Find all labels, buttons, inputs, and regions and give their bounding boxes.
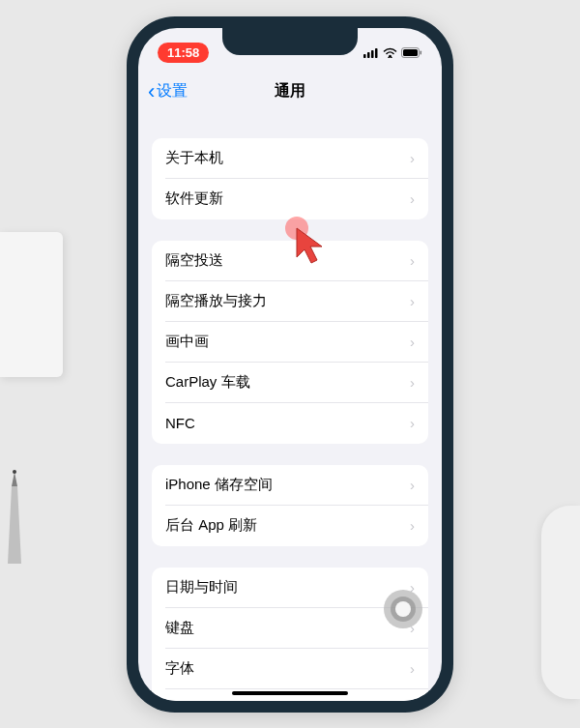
section-about: 关于本机 › 软件更新 › (152, 138, 428, 219)
row-label: 隔空播放与接力 (165, 292, 267, 310)
chevron-right-icon: › (410, 150, 415, 166)
signal-icon (363, 47, 379, 58)
assistive-touch-button[interactable] (384, 590, 422, 628)
chevron-right-icon: › (410, 252, 415, 269)
row-software-update[interactable]: 软件更新 › (152, 179, 428, 219)
row-label: 画中画 (165, 333, 209, 351)
row-airplay-handoff[interactable]: 隔空播放与接力 › (152, 281, 428, 322)
time-recording-badge: 11:58 (158, 43, 209, 63)
back-label: 设置 (157, 81, 188, 102)
row-label: iPhone 储存空间 (165, 476, 273, 494)
background-pen (0, 467, 29, 583)
wifi-icon (383, 47, 397, 58)
row-picture-in-picture[interactable]: 画中画 › (152, 322, 428, 363)
row-label: 字体 (165, 659, 194, 678)
chevron-right-icon: › (410, 660, 415, 677)
chevron-right-icon: › (410, 477, 415, 493)
row-label: 日期与时间 (165, 578, 238, 597)
chevron-left-icon: ‹ (148, 79, 155, 104)
row-about[interactable]: 关于本机 › (152, 138, 428, 179)
chevron-right-icon: › (410, 293, 415, 309)
row-label: 关于本机 (165, 149, 223, 167)
section-wireless: 隔空投送 › 隔空播放与接力 › 画中画 › CarPlay 车载 › NFC (152, 241, 428, 444)
svg-rect-3 (371, 50, 374, 58)
svg-rect-2 (367, 52, 370, 58)
phone-frame: 11:58 (127, 16, 453, 713)
row-airdrop[interactable]: 隔空投送 › (152, 241, 428, 281)
svg-rect-4 (375, 48, 378, 58)
status-icons (363, 47, 422, 58)
assistive-touch-center (395, 601, 411, 617)
chevron-right-icon: › (410, 334, 415, 350)
row-label: 语言与地区 (165, 700, 238, 701)
svg-rect-1 (363, 54, 366, 58)
row-label: CarPlay 车载 (165, 373, 250, 392)
row-label: 隔空投送 (165, 251, 223, 270)
section-storage: iPhone 储存空间 › 后台 App 刷新 › (152, 465, 428, 546)
page-title: 通用 (275, 81, 305, 102)
row-iphone-storage[interactable]: iPhone 储存空间 › (152, 465, 428, 506)
row-label: NFC (165, 415, 195, 431)
svg-point-0 (13, 470, 16, 474)
battery-icon (401, 47, 422, 58)
row-carplay[interactable]: CarPlay 车载 › (152, 363, 428, 403)
svg-rect-7 (403, 49, 418, 56)
assistive-touch-inner (391, 597, 416, 622)
background-desk-object (0, 232, 63, 377)
back-button[interactable]: ‹ 设置 (148, 79, 188, 104)
chevron-right-icon: › (410, 415, 415, 431)
home-indicator[interactable] (232, 691, 348, 695)
phone-screen: 11:58 (138, 28, 442, 701)
section-locale: 日期与时间 › 键盘 › 字体 › 语言与地区 › 词典 › (152, 568, 428, 701)
chevron-right-icon: › (410, 517, 415, 534)
row-background-app-refresh[interactable]: 后台 App 刷新 › (152, 506, 428, 546)
svg-rect-8 (420, 51, 422, 55)
chevron-right-icon: › (410, 374, 415, 391)
row-label: 后台 App 刷新 (165, 516, 257, 535)
background-mouse-object (541, 506, 580, 699)
phone-notch (222, 28, 358, 55)
row-label: 软件更新 (165, 189, 223, 208)
navigation-bar: ‹ 设置 通用 (138, 71, 442, 113)
row-label: 键盘 (165, 619, 194, 637)
row-nfc[interactable]: NFC › (152, 403, 428, 444)
svg-point-5 (389, 55, 392, 58)
row-fonts[interactable]: 字体 › (152, 649, 428, 689)
chevron-right-icon: › (410, 190, 415, 207)
